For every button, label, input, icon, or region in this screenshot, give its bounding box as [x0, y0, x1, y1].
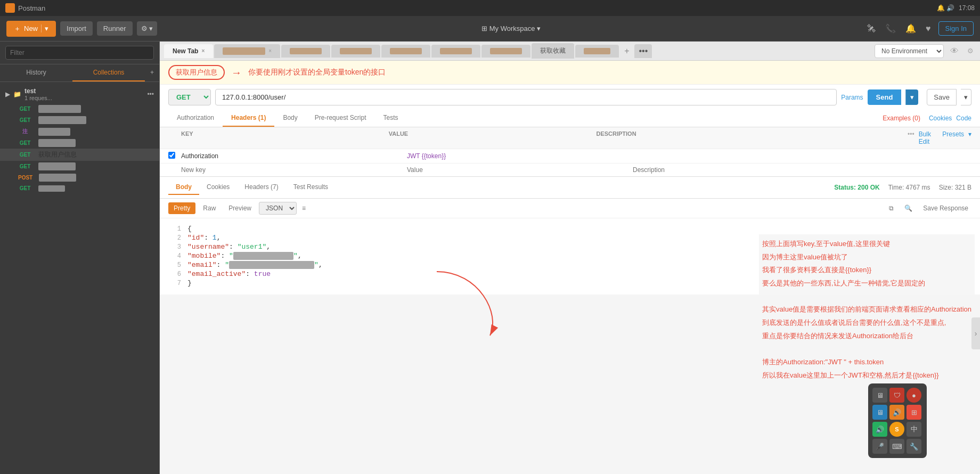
new-value-input[interactable] — [407, 166, 633, 174]
satellite-icon-btn[interactable]: 🛰 — [865, 22, 878, 36]
resp-tab-test-results[interactable]: Test Results — [286, 180, 336, 195]
main-content: New Tab × × 获取收藏 — [160, 42, 980, 474]
bell-icon-btn[interactable]: 🔔 — [903, 21, 918, 36]
req-tab-pre-request[interactable]: Pre-request Script — [306, 110, 375, 127]
req-item-3[interactable]: GET 获取 — [0, 137, 159, 149]
collection-more-icon[interactable]: ••• — [147, 91, 154, 98]
tab-blurred-6[interactable] — [481, 45, 530, 58]
presets-link[interactable]: Presets — [942, 130, 964, 145]
corner-icon-3[interactable]: 🖥 — [872, 405, 887, 420]
sign-in-button[interactable]: Sign In — [938, 21, 974, 36]
annotation-bar: 获取用户信息 → 你要使用刚才设置的全局变量token的接口 — [160, 61, 980, 85]
presets-arrow[interactable]: ▾ — [968, 130, 971, 145]
resp-tab-body[interactable]: Body — [168, 180, 199, 195]
save-response-button[interactable]: Save Response — [920, 203, 971, 214]
req-item-4[interactable]: GET 若地址 — [0, 161, 159, 172]
req-tab-auth[interactable]: Authorization — [168, 110, 223, 127]
clock: 17:08 — [959, 4, 975, 12]
corner-icon-5[interactable]: ⊞ — [907, 405, 921, 420]
runner-button[interactable]: Runner — [97, 21, 133, 36]
tab-blurred-7[interactable] — [575, 45, 619, 58]
tab-blurred-3[interactable] — [331, 45, 380, 58]
collection-test[interactable]: ▶ 📁 test 1 reques... ••• — [0, 85, 159, 103]
corner-icon-2[interactable]: ● — [907, 388, 921, 403]
tab-new-tab[interactable]: New Tab × — [164, 44, 213, 58]
header-check-input-0[interactable] — [168, 152, 175, 159]
corner-icon-9[interactable]: ⌨ — [889, 439, 904, 454]
send-button[interactable]: Send — [868, 89, 902, 105]
cookies-link[interactable]: Cookies — [929, 115, 952, 122]
resp-tab-cookies[interactable]: Cookies — [199, 180, 237, 195]
code-line-5: 5 "email": "████████████████████", — [168, 261, 971, 269]
sidebar-tab-history[interactable]: History — [0, 64, 72, 81]
save-button[interactable]: Save — [927, 89, 957, 105]
bulk-edit-link[interactable]: Bulk Edit — [919, 130, 938, 145]
sidebar-tab-collections[interactable]: Collections — [72, 64, 145, 81]
tab-add-button[interactable]: + — [620, 44, 633, 58]
filter-input[interactable] — [5, 46, 154, 60]
method-select[interactable]: GET POST — [168, 89, 211, 105]
req-item-1[interactable]: GET 是否正 — [0, 115, 159, 126]
corner-icon-6[interactable]: 🔊 — [872, 422, 887, 437]
add-collection-icon[interactable]: + — [145, 64, 159, 81]
new-button[interactable]: ＋ New ▾ — [6, 21, 56, 37]
req-item-6[interactable]: GET e... — [0, 183, 159, 193]
code-tab-preview[interactable]: Preview — [223, 202, 257, 214]
collapse-arrow-button[interactable]: › — [971, 317, 980, 349]
corner-icon-4[interactable]: 🔊 — [889, 405, 904, 420]
tab-blurred-5[interactable] — [431, 45, 480, 58]
save-dropdown-button[interactable]: ▾ — [961, 89, 971, 105]
title-bar: Postman 🔔 🔊 17:08 — [0, 0, 980, 16]
tab-blurred-2[interactable] — [281, 45, 330, 58]
tab-close-1[interactable]: × — [268, 48, 272, 54]
annotation-tag[interactable]: 获取用户信息 — [168, 65, 225, 80]
new-dropdown-arrow[interactable]: ▾ — [41, 24, 48, 32]
copy-button[interactable]: ⧉ — [886, 203, 897, 214]
code-tab-raw[interactable]: Raw — [198, 202, 221, 214]
corner-icon-7[interactable]: 中 — [907, 422, 921, 437]
collection-folder-icon: 📁 — [13, 91, 21, 98]
env-settings-icon[interactable]: ⚙ — [965, 45, 976, 57]
extra-button[interactable]: ⚙ ▾ — [137, 21, 158, 36]
resp-tab-headers[interactable]: Headers (7) — [237, 180, 285, 195]
req-tab-tests[interactable]: Tests — [374, 110, 406, 127]
heart-icon-btn[interactable]: ♥ — [924, 22, 933, 36]
tab-label-b4 — [390, 48, 422, 54]
url-bar: GET POST Params Send ▾ Save ▾ — [160, 85, 980, 110]
corner-icon-0[interactable]: 🖥 — [872, 388, 887, 403]
status-time: Time: 4767 ms — [888, 184, 930, 191]
url-input[interactable] — [215, 89, 837, 105]
new-desc-input[interactable] — [633, 166, 971, 174]
import-button[interactable]: Import — [60, 21, 93, 36]
env-select[interactable]: No Environment — [875, 44, 944, 58]
req-tab-headers[interactable]: Headers (1) — [223, 110, 274, 127]
req-item-0[interactable]: GET 获证 — [0, 103, 159, 115]
req-tab-body[interactable]: Body — [274, 110, 306, 127]
tab-more[interactable]: ••• — [634, 44, 652, 58]
search-button[interactable]: 🔍 — [901, 203, 916, 214]
corner-icon-s[interactable]: S — [889, 422, 904, 437]
req-item-user-info[interactable]: GET 获取用户信息 — [0, 149, 159, 161]
env-eye-icon[interactable]: 👁 — [948, 44, 961, 58]
annotation-line-7: 重点是你要结合的情况来发送Authorization给后台 — [762, 330, 971, 343]
examples-link[interactable]: Examples (0) — [883, 115, 920, 122]
req-item-2[interactable]: 注 注册 — [0, 126, 159, 137]
tab-collect[interactable]: 获取收藏 — [532, 43, 574, 59]
send-dropdown-button[interactable]: ▾ — [905, 89, 918, 105]
corner-icon-1[interactable]: 🛡 — [889, 388, 904, 403]
params-link[interactable]: Params — [841, 94, 863, 101]
header-checkbox-0[interactable] — [168, 152, 181, 160]
corner-icon-8[interactable]: 🎤 — [872, 439, 887, 454]
tab-blurred-4[interactable] — [381, 45, 430, 58]
new-key-input[interactable] — [181, 166, 407, 174]
code-tab-pretty[interactable]: Pretty — [168, 202, 195, 214]
tab-user-info[interactable]: × — [214, 44, 280, 58]
workspace-button[interactable]: ⊞ My Workspace ▾ — [481, 24, 541, 32]
req-item-5[interactable]: POST 若地址 — [0, 172, 159, 183]
tab-close-new[interactable]: × — [201, 48, 205, 54]
code-link[interactable]: Code — [956, 115, 971, 122]
wrap-button[interactable]: ≡ — [299, 203, 309, 214]
phone-icon-btn[interactable]: 📞 — [883, 21, 898, 36]
corner-icon-10[interactable]: 🔧 — [907, 439, 921, 454]
format-select[interactable]: JSON — [259, 202, 297, 215]
